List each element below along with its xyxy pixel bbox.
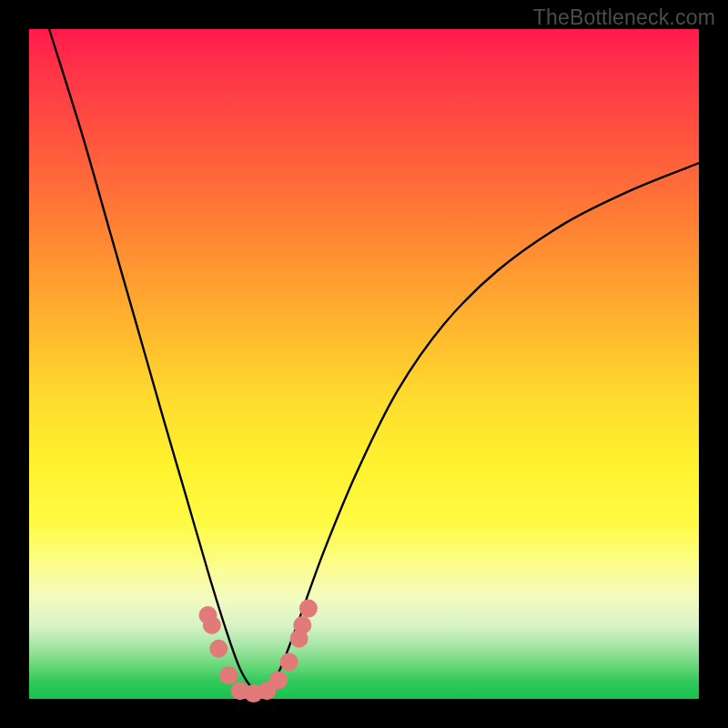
marker-dot <box>280 653 298 672</box>
marker-dot <box>203 616 221 634</box>
marker-dot <box>299 600 318 618</box>
watermark-text: TheBottleneck.com <box>533 5 715 30</box>
marker-dot <box>293 616 311 634</box>
bottleneck-curve <box>49 29 699 692</box>
plot-area <box>29 29 699 699</box>
marker-dot <box>219 666 238 684</box>
marker-dot <box>269 671 288 689</box>
curve-layer <box>29 29 699 699</box>
chart-frame: TheBottleneck.com <box>0 0 728 728</box>
marker-dot <box>209 640 228 658</box>
